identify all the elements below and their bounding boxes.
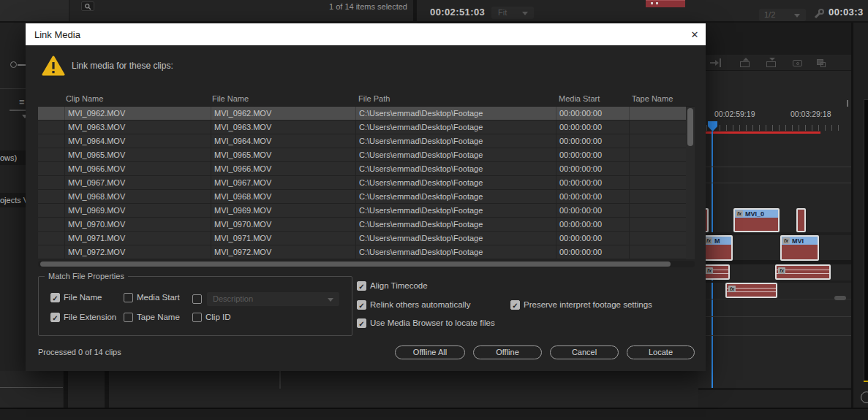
cell-file-name: MVI_0965.MOV — [211, 148, 355, 161]
dialog-titlebar[interactable]: Link Media ✕ — [26, 23, 706, 45]
timeline-audio-clip[interactable]: fx — [775, 264, 831, 280]
project-panel-header — [0, 0, 69, 21]
timeline-clip-m[interactable]: fx M — [703, 235, 733, 261]
cell-tape-name — [629, 148, 684, 161]
table-row[interactable]: MVI_0969.MOV MVI_0969.MOV C:\Users\emmad… — [38, 204, 695, 218]
check-icon: ✓ — [511, 301, 519, 310]
adjacent-panel-edge — [864, 99, 868, 381]
offline-all-button[interactable]: Offline All — [395, 345, 465, 359]
ruler-timecode-start: 00:02:59:19 — [714, 110, 755, 118]
cell-media-start: 00:00:00:00 — [556, 134, 629, 148]
checkbox-label: Clip ID — [205, 313, 231, 321]
table-row[interactable]: MVI_0964.MOV MVI_0964.MOV C:\Users\emmad… — [38, 134, 695, 148]
timeline-clip-mvi0[interactable]: fx MVI_0 — [733, 208, 780, 232]
table-row[interactable]: MVI_0971.MOV MVI_0971.MOV C:\Users\emmad… — [38, 232, 695, 245]
cell-clip-name: MVI_0971.MOV — [64, 232, 211, 245]
timeline-clip-fragment[interactable] — [646, 0, 685, 7]
search-icon — [84, 3, 91, 10]
checkbox-label: Align Timecode — [370, 281, 428, 290]
timeline-audio-clip[interactable]: fx — [703, 264, 730, 280]
timeline-clip[interactable] — [796, 208, 806, 232]
cell-clip-name: MVI_0970.MOV — [64, 218, 211, 231]
col-header-clip-name[interactable]: Clip Name — [66, 92, 103, 106]
scroll-indicator[interactable] — [834, 296, 846, 300]
checkbox-media-start[interactable]: ✓ — [124, 293, 133, 302]
checkbox-label: File Name — [64, 293, 102, 302]
extract-icon[interactable] — [766, 58, 778, 68]
export-frame-icon[interactable] — [793, 58, 804, 68]
lift-icon[interactable] — [740, 58, 752, 68]
cancel-button[interactable]: Cancel — [550, 345, 619, 359]
cell-tape-name — [629, 176, 684, 189]
table-row[interactable]: MVI_0963.MOV MVI_0963.MOV C:\Users\emmad… — [38, 121, 695, 134]
panel-menu-icon[interactable]: ≡ — [19, 96, 25, 107]
cell-tape-name — [629, 190, 684, 203]
table-row[interactable]: MVI_0972.MOV MVI_0972.MOV C:\Users\emmad… — [38, 245, 695, 259]
table-row[interactable]: MVI_0970.MOV MVI_0970.MOV C:\Users\emmad… — [38, 218, 695, 232]
cell-tape-name — [629, 134, 684, 148]
table-row[interactable]: MVI_0962.MOV MVI_0962.MOV C:\Users\emmad… — [38, 107, 695, 121]
offline-button[interactable]: Offline — [473, 345, 542, 359]
fit-dropdown[interactable]: Fit — [491, 7, 534, 19]
checkbox-tape-name[interactable]: ✓ — [124, 313, 133, 322]
comparison-view-icon[interactable] — [817, 58, 829, 68]
top-bar: 1 of 14 items selected 00:02:51:03 Fit 1… — [0, 0, 868, 23]
checkbox-clip-id[interactable]: ✓ — [192, 313, 202, 322]
cell-clip-name: MVI_0966.MOV — [64, 162, 211, 175]
cell-tape-name — [629, 245, 684, 259]
partial-button[interactable] — [861, 392, 868, 403]
project-bin-row[interactable]: ojects V — [0, 193, 26, 207]
checkbox-file-name[interactable]: ✓ — [50, 293, 60, 302]
vertical-scrollbar[interactable] — [686, 107, 695, 259]
checkbox-description[interactable]: ✓ — [192, 294, 202, 304]
table-row[interactable]: MVI_0967.MOV MVI_0967.MOV C:\Users\emmad… — [38, 176, 695, 190]
bottom-panel — [109, 371, 698, 408]
cell-tape-name — [629, 162, 684, 175]
scrollbar-thumb[interactable] — [687, 108, 693, 146]
scrollbar-thumb[interactable] — [40, 261, 671, 267]
project-bin-row[interactable]: ows) — [0, 150, 26, 165]
timeline-audio-clip[interactable]: fx — [725, 283, 777, 298]
cell-file-path: C:\Users\emmad\Desktop\Footage — [355, 162, 556, 175]
cell-clip-name: MVI_0964.MOV — [64, 134, 211, 148]
cell-file-name: MVI_0963.MOV — [211, 121, 355, 134]
timeline-clip-mvi[interactable]: fx MVI — [780, 235, 819, 261]
cell-media-start: 00:00:00:00 — [556, 204, 629, 217]
checkbox-align-timecode[interactable]: ✓ — [357, 281, 366, 291]
zoom-level-dropdown[interactable]: 1/2 — [759, 9, 806, 21]
checkbox-label: Tape Name — [137, 313, 180, 321]
col-header-file-path[interactable]: File Path — [358, 92, 390, 106]
col-header-file-name[interactable]: File Name — [212, 92, 249, 106]
checkbox-label: Relink others automatically — [370, 300, 470, 309]
table-row[interactable]: MVI_0966.MOV MVI_0966.MOV C:\Users\emmad… — [38, 162, 695, 176]
checkbox-label: Media Start — [137, 293, 180, 302]
table-row[interactable]: MVI_0968.MOV MVI_0968.MOV C:\Users\emmad… — [38, 190, 695, 204]
cell-selector — [38, 148, 64, 161]
match-file-properties-group: Match File Properties ✓ File Name ✓ Medi… — [38, 276, 352, 336]
search-input[interactable] — [81, 1, 94, 11]
checkbox-relink-others[interactable]: ✓ — [357, 300, 366, 310]
cell-tape-name — [629, 204, 684, 217]
locate-button[interactable]: Locate — [627, 345, 695, 359]
group-legend: Match File Properties — [45, 272, 128, 280]
checkbox-label: Use Media Browser to locate files — [370, 318, 495, 327]
ruler-timecode-end: 00:03:29:18 — [790, 110, 831, 118]
ruler-ticks[interactable] — [706, 125, 839, 131]
cell-file-path: C:\Users\emmad\Desktop\Footage — [355, 134, 556, 148]
checkbox-use-media-browser[interactable]: ✓ — [357, 318, 366, 328]
col-header-tape-name[interactable]: Tape Name — [632, 92, 673, 106]
cell-clip-name: MVI_0967.MOV — [64, 176, 211, 189]
checkbox-preserve-interpret[interactable]: ✓ — [510, 300, 520, 310]
close-icon[interactable]: ✕ — [688, 28, 701, 42]
table-row[interactable]: MVI_0965.MOV MVI_0965.MOV C:\Users\emmad… — [38, 148, 695, 162]
description-dropdown[interactable]: Description — [207, 292, 339, 306]
check-icon: ✓ — [51, 294, 59, 303]
render-bar — [706, 131, 820, 134]
wrench-icon[interactable] — [813, 8, 825, 20]
insert-icon[interactable] — [710, 58, 723, 68]
horizontal-scrollbar[interactable] — [38, 261, 695, 267]
fx-badge-icon: fx — [736, 210, 743, 217]
col-header-media-start[interactable]: Media Start — [559, 92, 600, 106]
checkbox-file-extension[interactable]: ✓ — [50, 313, 60, 322]
cell-media-start: 00:00:00:00 — [556, 176, 629, 189]
